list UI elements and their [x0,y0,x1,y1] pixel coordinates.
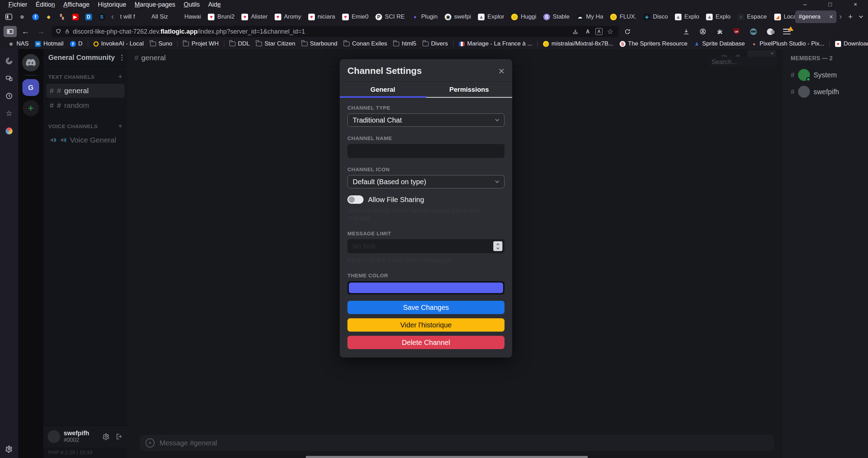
app-menu-button[interactable] [780,26,793,37]
pinned-tab-globe[interactable]: ⊕ [15,11,29,23]
tab[interactable]: ▲Explo [671,11,703,23]
reader-translate-icon[interactable]: A [595,28,602,35]
new-tab-button[interactable]: + [845,12,856,21]
tab-active[interactable]: #genera × [795,11,837,23]
bookmark-item[interactable]: Divers [419,40,451,48]
tab[interactable]: ☺Huggi [508,11,539,23]
address-bar[interactable]: discord-like-php-chat-7262.dev.flatlogic… [52,26,619,37]
tab-close-icon[interactable]: × [829,13,833,21]
translate-icon[interactable]: Ａ [583,27,593,36]
server-header[interactable]: General Community [43,49,127,67]
pinned-tab-diamond[interactable]: ◆ [42,11,55,23]
menu-fichier[interactable]: Fichier [4,1,31,8]
user-settings-gear-icon[interactable] [101,432,111,441]
discord-home-button[interactable] [22,54,40,71]
theme-color-input[interactable] [347,281,504,294]
scroll-tabs-right-icon[interactable]: › [837,12,845,21]
file-sharing-toggle[interactable] [347,195,364,204]
delete-channel-button[interactable]: Delete Channel [347,336,504,349]
pinned-tab-sprite[interactable]: ▚ [55,11,69,23]
menu-outils[interactable]: Outils [179,1,204,8]
lock-icon[interactable] [64,29,70,34]
settings-gear-icon[interactable] [5,445,13,453]
message-limit-input[interactable] [347,239,504,253]
tab[interactable]: ♥Emie0 [339,11,372,23]
tab[interactable]: ◢Locati [771,11,795,23]
menu-dition[interactable]: Édition [31,1,59,8]
attach-plus-icon[interactable]: + [146,438,155,447]
bookmark-item[interactable]: Conan Exiles [340,40,390,48]
bookmark-item[interactable]: Starbound [298,40,340,48]
channel-name-input[interactable] [347,144,504,158]
reload-button[interactable] [621,26,634,37]
add-server-button[interactable]: + [23,100,39,116]
bookmark-item[interactable]: ●PixelPlush Studio - Pix... [748,40,827,48]
logout-icon[interactable] [114,432,123,441]
bookmark-item[interactable]: fD [67,40,86,48]
message-composer[interactable]: + [140,435,774,451]
bookmark-item[interactable]: Mariage - La France à ... [456,40,535,48]
tab[interactable]: ♥Alister [238,11,271,23]
voice-channel-item[interactable]: Voice General [46,133,125,147]
tab[interactable]: ▲Explor [474,11,508,23]
bookmarks-star-icon[interactable]: ☆ [5,109,13,118]
pinned-tab-youtube[interactable]: ▶ [69,11,82,23]
bookmark-item[interactable]: DDL [226,40,253,48]
bookmark-item[interactable]: Projet WH [180,40,221,48]
member-row[interactable]: #swefpifh [783,83,868,100]
save-changes-button[interactable]: Save Changes [347,301,504,314]
tab[interactable]: ♦Plugin [408,11,441,23]
tab[interactable]: ◈Disco [640,11,671,23]
bookmark-item[interactable]: Star Citizen [253,40,298,48]
menu-historique[interactable]: Historique [94,1,130,8]
tab[interactable]: ◉swefpi [441,11,474,23]
server-icon[interactable]: G [22,79,39,96]
tab[interactable]: t will f [117,11,139,23]
back-button[interactable]: ← [19,26,32,37]
user-avatar[interactable] [48,430,60,443]
ublock-extension-icon[interactable]: U0 [730,26,743,37]
close-button[interactable]: × [843,0,868,9]
save-page-icon[interactable] [570,27,580,36]
tab[interactable]: ▲Explo [703,11,734,23]
bookmark-item[interactable]: html5 [390,40,419,48]
history-clock-icon[interactable] [5,92,13,100]
tab[interactable]: PSCI RE [372,11,408,23]
maximize-button[interactable]: □ [818,0,843,9]
tab[interactable]: SStable [540,11,573,23]
extensions-puzzle-icon[interactable] [713,26,726,37]
tab[interactable]: ▫Espace cli [734,11,771,23]
tab[interactable]: ☺FLUX. [607,11,640,23]
bookmark-star-icon[interactable]: ☆ [605,27,615,36]
synced-tabs-icon[interactable] [5,74,13,83]
pinned-tab-firefox-view[interactable] [2,11,15,23]
extension-blob-icon[interactable] [763,26,777,37]
menu-marquepages[interactable]: Marque-pages [130,1,179,8]
bookmark-item[interactable]: ✉Hotmail [32,40,67,48]
add-voice-channel-button[interactable]: + [118,122,122,130]
member-row[interactable]: #System [783,67,868,83]
bookmark-item[interactable]: ⊕NAS [5,40,32,48]
bookmark-item[interactable]: Suno [147,40,176,48]
colorful-extension-icon[interactable] [5,127,13,135]
cookie-extension-icon[interactable] [747,26,760,37]
tab[interactable]: Hawai [171,11,204,23]
channel-item-general[interactable]: ##general [46,84,125,98]
server-menu-icon[interactable] [121,55,123,61]
bookmark-item[interactable]: ♥Download Time Mana... [832,40,868,48]
bookmark-item[interactable]: InvokeAI - Local [90,40,147,48]
scroll-tabs-left-icon[interactable]: ‹ [108,12,117,21]
search-input[interactable] [707,57,777,67]
downloads-icon[interactable] [679,26,693,37]
channel-item-random[interactable]: ##random [46,98,125,112]
channel-type-select[interactable]: Traditional Chat [347,113,504,127]
header-filter-dropdown[interactable] [747,50,776,57]
ai-chatbot-icon[interactable] [5,57,13,65]
menu-affichage[interactable]: Affichage [59,1,94,8]
account-icon[interactable] [696,26,710,37]
minimize-button[interactable]: – [792,0,818,9]
pinned-tab-dsm[interactable]: D [82,11,95,23]
message-input[interactable] [160,439,768,447]
forward-button[interactable]: → [34,26,48,37]
tab[interactable]: ♥Bruni2 [204,11,238,23]
